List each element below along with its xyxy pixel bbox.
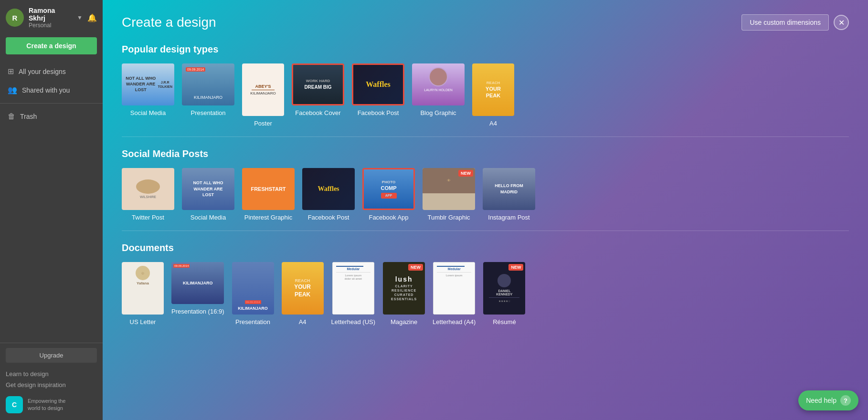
close-button[interactable]: ✕ (834, 15, 849, 30)
header-actions: Use custom dimensions ✕ (741, 14, 849, 31)
grid-icon: ⊞ (8, 67, 14, 76)
design-label: Blog Graphic (420, 109, 456, 116)
design-item-tumblr[interactable]: 👁 NEW Tumblr Graphic (423, 168, 475, 221)
canva-logo: C (6, 396, 23, 413)
magazine-thumb: lush CLARITYRESILIENCECURATED ESSENTIALS… (383, 262, 425, 315)
letterhead-a4-thumb: Medular Lorem ipsum (433, 262, 475, 315)
design-label: A4 (489, 120, 497, 127)
section-divider-2 (122, 231, 849, 231)
pinterest-thumb: FRESHSTART (242, 168, 295, 210)
blog-graphic-thumb: LAURYN HOLDEN (412, 63, 465, 105)
tumblr-thumb: 👁 NEW (423, 168, 475, 210)
design-item-facebook-post[interactable]: Waffles Facebook Post (352, 63, 404, 127)
twitter-post-thumb: WILSHIRE (122, 168, 174, 210)
sidebar-item-shared[interactable]: 👥 Shared with you (0, 81, 103, 99)
design-label: Facebook App (369, 214, 408, 221)
canva-brand: C Empowering theworld to design (6, 390, 97, 415)
facebook-app-thumb: PHOTO COMP APP (362, 168, 415, 210)
sidebar-nav: ⊞ All your designs 👥 Shared with you 🗑 T… (0, 62, 103, 343)
need-help-label: Need help (806, 397, 836, 404)
facebook-post-thumb: Waffles (352, 63, 404, 105)
design-label: Twitter Post (132, 214, 164, 221)
user-plan: Personal (29, 22, 72, 29)
users-icon: 👥 (8, 85, 17, 94)
presentation-169-thumb: 09.09.2014 KILIMANJARO (171, 262, 224, 304)
design-label: Facebook Post (358, 109, 399, 116)
design-item-twitter-post[interactable]: WILSHIRE Twitter Post (122, 168, 174, 221)
design-item-letterhead-us[interactable]: Medular Lorem ipsum dolor sit amet Lette… (331, 262, 376, 326)
resume-thumb: DANIELKENNEDY ★★★★☆ NEW (483, 262, 525, 315)
help-circle-icon: ? (840, 395, 851, 406)
main-header: Create a design Use custom dimensions ✕ (122, 14, 849, 31)
design-item-magazine[interactable]: lush CLARITYRESILIENCECURATED ESSENTIALS… (383, 262, 425, 326)
social-media-thumb: NOT ALL WHO WANDER ARE LOSTJ.R.R TOLKIEN (122, 63, 174, 105)
design-label: Social Media (191, 214, 226, 221)
design-item-presentation-169[interactable]: 09.09.2014 KILIMANJARO Presentation (16:… (171, 262, 224, 326)
social-design-grid: WILSHIRE Twitter Post NOT ALL WHOWANDER … (122, 168, 849, 221)
design-item-letterhead-a4[interactable]: Medular Lorem ipsum Letterhead (A4) (433, 262, 476, 326)
social-section-title: Social Media Posts (122, 148, 849, 159)
design-label: Magazine (391, 318, 417, 326)
new-badge: NEW (508, 264, 523, 271)
design-item-pinterest[interactable]: FRESHSTART Pinterest Graphic (242, 168, 295, 221)
design-item-instagram-post[interactable]: HELLO FROMMADRID Instagram Post (483, 168, 535, 221)
create-design-button[interactable]: Create a design (6, 37, 97, 54)
design-label: US Letter (130, 318, 156, 326)
learn-to-design-link[interactable]: Learn to design (6, 368, 97, 379)
sidebar-item-label: Trash (20, 113, 37, 120)
sidebar-item-label: All your designs (19, 68, 66, 75)
need-help-button[interactable]: Need help ? (798, 390, 858, 410)
design-item-social-media2[interactable]: NOT ALL WHOWANDER ARELOST Social Media (182, 168, 234, 221)
avatar: R (6, 9, 24, 27)
design-label: Letterhead (A4) (433, 318, 476, 326)
design-item-facebook-post2[interactable]: Waffles Facebook Post (302, 168, 355, 221)
user-name: Ramona Skhrj (29, 7, 72, 22)
presentation-thumb: 09.09.2014 KILIMANJARO (182, 63, 234, 105)
design-item-poster[interactable]: ABEY'S KILIMANJARO Poster (242, 63, 284, 127)
popular-section-title: Popular design types (122, 44, 849, 55)
documents-design-grid: ☺ Yafana US Letter 09.09.2014 KILIMANJAR… (122, 262, 849, 326)
design-item-presentation[interactable]: 09.09.2014 KILIMANJARO Presentation (182, 63, 234, 127)
design-item-social-media[interactable]: NOT ALL WHO WANDER ARE LOSTJ.R.R TOLKIEN… (122, 63, 174, 127)
design-item-facebook-app[interactable]: PHOTO COMP APP Facebook App (362, 168, 415, 221)
letterhead-us-thumb: Medular Lorem ipsum dolor sit amet (332, 262, 374, 315)
design-item-us-letter[interactable]: ☺ Yafana US Letter (122, 262, 164, 326)
design-label: A4 (299, 318, 307, 326)
chevron-down-icon[interactable]: ▼ (77, 14, 83, 21)
presentation2-thumb: 09.09.2014 KILIMANJARO (232, 262, 274, 315)
design-item-resume[interactable]: DANIELKENNEDY ★★★★☆ NEW Résumé (483, 262, 525, 326)
instagram-thumb: HELLO FROMMADRID (483, 168, 535, 210)
upgrade-button[interactable]: Upgrade (6, 348, 97, 363)
sidebar: R Ramona Skhrj Personal ▼ 🔔 Create a des… (0, 0, 103, 420)
design-label: Tumblr Graphic (427, 214, 470, 221)
documents-section-title: Documents (122, 242, 849, 253)
get-inspiration-link[interactable]: Get design inspiration (6, 379, 97, 390)
custom-dimensions-button[interactable]: Use custom dimensions (741, 14, 829, 31)
design-item-blog-graphic[interactable]: LAURYN HOLDEN Blog Graphic (412, 63, 465, 127)
design-item-a4-doc[interactable]: REACH YOUR PEAK A4 (282, 262, 324, 326)
design-label: Résumé (493, 318, 516, 326)
us-letter-thumb: ☺ Yafana (122, 262, 164, 315)
a4-thumb: REACH YOUR PEAK (472, 63, 514, 116)
main-content: Create a design Use custom dimensions ✕ … (103, 0, 868, 420)
sidebar-item-trash[interactable]: 🗑 Trash (0, 107, 103, 126)
design-label: Presentation (235, 318, 270, 326)
design-label: Presentation (16:9) (171, 308, 224, 315)
new-badge: NEW (458, 170, 473, 177)
bell-icon[interactable]: 🔔 (87, 13, 97, 22)
social-media2-thumb: NOT ALL WHOWANDER ARELOST (182, 168, 234, 210)
user-info: Ramona Skhrj Personal (29, 7, 72, 29)
sidebar-item-all-designs[interactable]: ⊞ All your designs (0, 62, 103, 81)
trash-icon: 🗑 (8, 112, 15, 121)
sidebar-item-label: Shared with you (22, 86, 70, 94)
design-label: Social Media (130, 109, 166, 116)
poster-thumb: ABEY'S KILIMANJARO (242, 63, 284, 116)
section-divider-1 (122, 136, 849, 137)
design-item-facebook-cover[interactable]: WORK HARD DREAM BIG Facebook Cover (292, 63, 344, 127)
design-label: Facebook Cover (295, 109, 340, 116)
design-item-a4[interactable]: REACH YOUR PEAK A4 (472, 63, 514, 127)
sidebar-header: R Ramona Skhrj Personal ▼ 🔔 (0, 0, 103, 35)
design-label: Pinterest Graphic (244, 214, 292, 221)
design-item-presentation2[interactable]: 09.09.2014 KILIMANJARO Presentation (232, 262, 274, 326)
a4-doc-thumb: REACH YOUR PEAK (282, 262, 324, 315)
